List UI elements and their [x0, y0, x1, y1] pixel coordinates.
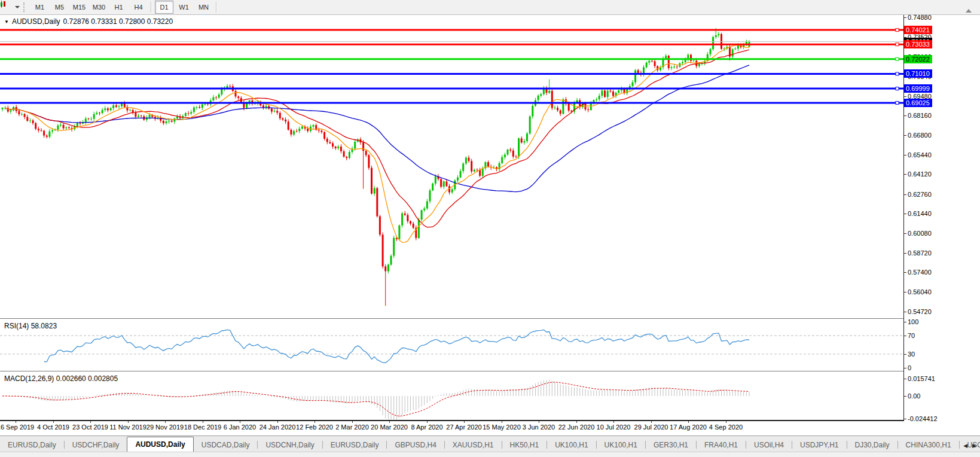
macd-label: MACD(12,26,9) 0.002660 0.002805	[4, 374, 118, 383]
rsi-label: RSI(14) 58.0823	[4, 322, 57, 330]
price-tick-label: 0.57400	[908, 269, 932, 276]
rsi-tick-mark	[904, 354, 906, 355]
timeframe-button-d1[interactable]: D1	[155, 1, 173, 14]
macd-tick-label: 0.015741	[908, 375, 935, 382]
date-label: 18 Dec 2019	[184, 424, 221, 431]
timeframe-button-m15[interactable]: M15	[70, 1, 88, 14]
date-label: 24 Jan 2020	[259, 424, 296, 431]
candlestick-chart[interactable]	[0, 15, 903, 318]
chart-tab-usdjpy-h1[interactable]: USDJPY,H1	[792, 438, 846, 452]
price-tick-label: 0.74880	[908, 14, 932, 21]
rsi-indicator-pane[interactable]: RSI(14) 58.0823	[0, 319, 903, 371]
date-tick-mark	[315, 421, 315, 423]
chart-tab-fra40-h1[interactable]: FRA40,H1	[697, 438, 746, 452]
collapse-indicator-icon[interactable]: ▼	[4, 19, 9, 25]
chart-tab-audusd-daily[interactable]: AUDUSD,Daily	[127, 437, 193, 452]
date-tick-mark	[539, 421, 539, 423]
price-axis[interactable]: 0.748800.735200.721600.708400.694800.681…	[904, 15, 980, 421]
date-tick-mark	[352, 421, 353, 423]
chart-tab-uk100-h1[interactable]: UK100,H1	[597, 438, 645, 452]
timeframe-button-mn[interactable]: MN	[194, 1, 213, 14]
date-label: 8 Apr 2020	[411, 424, 442, 431]
chart-tab-eurusd-daily[interactable]: EURUSD,Daily	[323, 438, 387, 452]
price-tick-mark	[904, 96, 906, 97]
price-tick-mark	[904, 312, 906, 312]
chart-tab-uk100-h1[interactable]: UK100,H1	[547, 438, 596, 452]
price-line-badge: 0.69025	[904, 99, 932, 107]
date-tick-mark	[688, 421, 689, 423]
price-tick-label: 0.65440	[908, 151, 932, 159]
chart-tab-hk50-h1[interactable]: HK50,H1	[502, 438, 547, 452]
chart-title: ▼ AUDUSD,Daily 0.72876 0.73331 0.72800 0…	[4, 17, 173, 26]
chevron-down-icon[interactable]	[15, 6, 20, 8]
status-strip	[0, 452, 980, 457]
time-axis[interactable]: 16 Sep 20194 Oct 201923 Oct 201911 Nov 2…	[0, 421, 903, 435]
timeframe-toolbar: M1M5M15M30H1H4D1W1MN	[0, 0, 980, 15]
date-tick-mark	[613, 421, 614, 423]
tab-scroll-right-icon[interactable]: ▶	[972, 443, 976, 449]
chart-tab-usdcnh-daily[interactable]: USDCNH,Daily	[258, 438, 322, 452]
rsi-tick-mark	[904, 336, 906, 336]
chart-tab-dj30-daily[interactable]: DJ30,Daily	[847, 438, 897, 452]
date-label: 2 Mar 2020	[335, 424, 369, 431]
price-tick-mark	[904, 17, 906, 18]
pane-separator[interactable]	[0, 318, 903, 319]
date-label: 17 Aug 2020	[670, 424, 707, 431]
rsi-tick-mark	[904, 322, 906, 322]
timeframe-button-h1[interactable]: H1	[109, 1, 128, 14]
date-tick-mark	[651, 421, 652, 423]
macd-plot	[0, 372, 903, 420]
price-chart-pane[interactable]: ▼ AUDUSD,Daily 0.72876 0.73331 0.72800 0…	[0, 15, 903, 318]
price-tick-mark	[904, 135, 906, 136]
date-tick-mark	[16, 421, 16, 423]
price-tick-label: 0.66800	[908, 132, 932, 139]
date-tick-mark	[502, 421, 502, 423]
date-tick-mark	[90, 421, 91, 423]
price-tick-mark	[904, 214, 906, 214]
toolbar-grip-handle[interactable]	[23, 2, 26, 12]
date-label: 3 Jun 2020	[523, 424, 555, 431]
chart-tab-usoil-h4[interactable]: USOil,H4	[746, 438, 792, 452]
macd-indicator-pane[interactable]: MACD(12,26,9) 0.002660 0.002805	[0, 372, 903, 420]
timeframe-button-h4[interactable]: H4	[129, 1, 148, 14]
pane-separator[interactable]	[0, 371, 903, 371]
date-tick-mark	[576, 421, 577, 423]
timeframe-button-m30[interactable]: M30	[90, 1, 108, 14]
chart-tab-china300-h1[interactable]: CHINA300,H1	[898, 438, 959, 452]
date-label: 4 Sep 2020	[709, 424, 743, 431]
date-label: 4 Oct 2019	[37, 424, 69, 431]
chart-tab-usdcad-daily[interactable]: USDCAD,Daily	[194, 438, 258, 452]
timeframe-button-m5[interactable]: M5	[50, 1, 69, 14]
macd-tick-mark	[904, 419, 906, 419]
price-tick-mark	[904, 292, 906, 293]
toolbar-separator	[216, 2, 217, 13]
chart-tab-ger30-h1[interactable]: GER30,H1	[646, 438, 696, 452]
date-tick-mark	[464, 421, 465, 423]
chart-symbol-label: AUDUSD,Daily	[12, 17, 60, 26]
date-label: 11 Nov 2019	[109, 424, 146, 431]
date-tick-mark	[240, 421, 240, 423]
chart-tab-gbpusd-h4[interactable]: GBPUSD,H4	[387, 438, 444, 452]
tab-scroll-left-icon[interactable]: ◀	[963, 443, 967, 449]
timeframe-button-m1[interactable]: M1	[30, 1, 49, 14]
date-label: 16 Sep 2019	[0, 424, 34, 431]
rsi-tick-label: 30	[908, 351, 915, 358]
date-tick-mark	[726, 421, 726, 423]
timeframe-button-w1[interactable]: W1	[175, 1, 193, 14]
chart-cursor-icon[interactable]	[2, 2, 14, 13]
price-tick-mark	[904, 253, 906, 254]
rsi-tick-label: 70	[908, 332, 915, 339]
price-tick-label: 0.56040	[908, 288, 932, 295]
macd-tick-label: 0.00	[908, 392, 920, 400]
rsi-plot	[0, 319, 903, 371]
rsi-tick-label: 100	[908, 318, 918, 325]
chart-tab-eurusd-daily[interactable]: EURUSD,Daily	[0, 438, 64, 452]
date-tick-mark	[389, 421, 390, 423]
chart-tab-usdchf-daily[interactable]: USDCHF,Daily	[65, 438, 127, 452]
price-tick-label: 0.61440	[908, 210, 932, 217]
price-tick-label: 0.60080	[908, 230, 932, 237]
chart-tab-xauusd-h1[interactable]: XAUUSD,H1	[445, 438, 502, 452]
scroll-up-icon[interactable]	[966, 9, 972, 13]
price-line-badge: 0.71010	[904, 69, 932, 78]
rsi-tick-label: 0	[908, 364, 911, 371]
